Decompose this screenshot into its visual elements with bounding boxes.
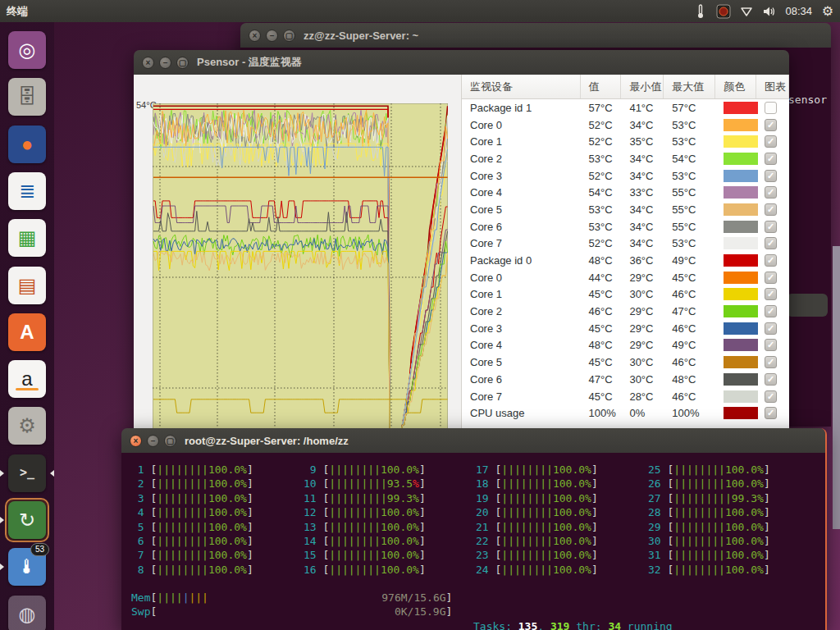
- sensor-row[interactable]: Core 454°C33°C55°C✓: [462, 184, 789, 201]
- psensor-indicator-icon[interactable]: [716, 4, 731, 19]
- color-swatch[interactable]: [724, 135, 758, 148]
- launcher-item-dash[interactable]: ◎: [8, 31, 46, 69]
- sensor-row[interactable]: Core 352°C34°C53°C✓: [462, 167, 789, 185]
- close-icon[interactable]: ×: [142, 57, 154, 69]
- launcher-item-trash[interactable]: ◍: [8, 596, 46, 630]
- sensor-row[interactable]: Core 345°C29°C46°C✓: [462, 320, 789, 337]
- launcher-item-amazon[interactable]: a: [8, 360, 46, 398]
- launcher-item-calc[interactable]: ▦: [8, 219, 46, 257]
- graph-checkbox[interactable]: ✓: [765, 186, 777, 199]
- graph-checkbox[interactable]: ✓: [765, 254, 777, 267]
- graph-checkbox[interactable]: ✓: [765, 119, 777, 131]
- color-swatch[interactable]: [724, 390, 758, 403]
- color-swatch[interactable]: [724, 339, 758, 351]
- sensor-row[interactable]: Core 545°C30°C46°C✓: [462, 354, 789, 371]
- sensor-row[interactable]: Core 246°C29°C47°C✓: [462, 303, 789, 320]
- color-swatch[interactable]: [724, 254, 758, 267]
- sensor-row[interactable]: Core 448°C29°C49°C✓: [462, 337, 789, 354]
- launcher-item-files[interactable]: 🗄: [8, 78, 46, 116]
- launcher-item-impress[interactable]: ▤: [8, 267, 46, 304]
- sensor-row[interactable]: Core 052°C34°C53°C✓: [462, 116, 789, 134]
- close-icon[interactable]: ×: [249, 30, 261, 42]
- graph-checkbox[interactable]: ✓: [765, 373, 777, 386]
- column-header[interactable]: 颜色: [715, 75, 756, 98]
- htop-titlebar[interactable]: × – ▢ root@zz-Super-Server: /home/zz: [121, 428, 825, 453]
- session-gear-icon[interactable]: ⚙: [820, 4, 835, 19]
- graph-checkbox[interactable]: ✓: [765, 135, 777, 148]
- color-swatch[interactable]: [724, 356, 758, 368]
- minimize-icon[interactable]: –: [147, 435, 159, 447]
- graph-checkbox[interactable]: ✓: [765, 153, 777, 165]
- color-swatch[interactable]: [724, 221, 758, 233]
- color-swatch[interactable]: [724, 186, 758, 199]
- thermometer-icon[interactable]: [693, 4, 708, 19]
- sensor-row[interactable]: Core 653°C34°C55°C✓: [462, 218, 789, 235]
- color-swatch[interactable]: [724, 305, 758, 317]
- color-swatch[interactable]: [724, 170, 758, 182]
- sensor-row[interactable]: Core 152°C35°C53°C✓: [462, 133, 789, 150]
- graph-checkbox[interactable]: ✓: [765, 221, 777, 233]
- sensor-row[interactable]: Package id 157°C41°C57°C: [462, 99, 789, 116]
- column-header[interactable]: 值: [581, 75, 622, 98]
- graph-checkbox[interactable]: ✓: [765, 305, 777, 317]
- clock[interactable]: 08:34: [785, 5, 812, 17]
- graph-checkbox[interactable]: ✓: [765, 339, 777, 351]
- column-header[interactable]: 图表: [756, 75, 789, 98]
- volume-icon[interactable]: [762, 4, 777, 19]
- graph-checkbox[interactable]: ✓: [765, 322, 777, 335]
- column-header[interactable]: 最小值: [621, 75, 664, 98]
- minimize-icon[interactable]: –: [266, 30, 278, 42]
- column-header[interactable]: 监视设备: [462, 75, 581, 98]
- launcher-item-updater[interactable]: ↻: [8, 501, 46, 539]
- launcher-item-writer[interactable]: ≣: [8, 172, 46, 210]
- network-icon[interactable]: [739, 4, 754, 19]
- graph-checkbox[interactable]: [765, 102, 777, 114]
- window-title: root@zz-Super-Server: /home/zz: [185, 435, 349, 447]
- launcher-item-settings[interactable]: ⚙: [8, 407, 46, 445]
- background-terminal-titlebar[interactable]: × – ▢ zz@zz-Super-Server: ~: [240, 23, 831, 48]
- minimize-icon[interactable]: –: [159, 57, 171, 69]
- graph-checkbox[interactable]: ✓: [765, 272, 777, 284]
- color-swatch[interactable]: [724, 407, 758, 419]
- color-swatch[interactable]: [724, 119, 758, 131]
- maximize-icon[interactable]: ▢: [164, 435, 176, 447]
- graph-checkbox[interactable]: ✓: [765, 203, 777, 216]
- graph-checkbox[interactable]: ✓: [765, 237, 777, 249]
- launcher-item-psensor[interactable]: 🌡53: [8, 548, 46, 586]
- graph-checkbox[interactable]: ✓: [765, 407, 777, 419]
- color-swatch[interactable]: [724, 288, 758, 300]
- graph-checkbox[interactable]: ✓: [765, 288, 777, 300]
- graph-checkbox[interactable]: ✓: [765, 390, 777, 403]
- launcher-item-software[interactable]: A: [8, 313, 46, 351]
- launcher-item-terminal[interactable]: >_: [8, 454, 46, 492]
- launcher-item-firefox[interactable]: ●: [8, 126, 46, 163]
- maximize-icon[interactable]: ▢: [283, 30, 295, 42]
- sensor-row[interactable]: Core 145°C30°C46°C✓: [462, 286, 789, 304]
- htop-body[interactable]: 1 [||||||||100.0%] 2 [||||||||100.0%] 3 …: [121, 453, 825, 630]
- color-swatch[interactable]: [724, 322, 758, 335]
- color-swatch[interactable]: [724, 102, 758, 114]
- sensor-row[interactable]: Core 044°C29°C45°C✓: [462, 269, 789, 286]
- sensor-row[interactable]: CPU usage100%0%100%✓: [462, 404, 789, 422]
- color-swatch[interactable]: [724, 203, 758, 216]
- close-icon[interactable]: ×: [130, 435, 142, 447]
- sensor-row[interactable]: Package id 048°C36°C49°C✓: [462, 252, 789, 269]
- color-swatch[interactable]: [724, 272, 758, 284]
- color-swatch[interactable]: [724, 153, 758, 165]
- column-header[interactable]: 最大值: [664, 75, 715, 98]
- memory-meter: Mem[|||||||| 976M/15.6G]: [131, 591, 452, 605]
- sensor-row[interactable]: Core 253°C34°C54°C✓: [462, 150, 789, 167]
- maximize-icon[interactable]: ▢: [176, 57, 189, 69]
- sensor-row[interactable]: Core 553°C34°C55°C✓: [462, 201, 789, 218]
- psensor-titlebar[interactable]: × – ▢ Psensor - 温度监视器: [134, 50, 789, 75]
- psensor-window[interactable]: × – ▢ Psensor - 温度监视器 54°C 33°C 08:14 08…: [134, 50, 789, 435]
- color-swatch[interactable]: [724, 373, 758, 386]
- sensor-row[interactable]: Core 752°C34°C53°C✓: [462, 235, 789, 253]
- graph-checkbox[interactable]: ✓: [765, 170, 777, 182]
- sensor-row[interactable]: Core 647°C30°C48°C✓: [462, 371, 789, 388]
- sensor-table-header[interactable]: 监视设备值最小值最大值颜色图表: [462, 75, 789, 99]
- color-swatch[interactable]: [724, 237, 758, 249]
- sensor-row[interactable]: Core 745°C28°C46°C✓: [462, 388, 789, 405]
- graph-checkbox[interactable]: ✓: [765, 356, 777, 368]
- htop-terminal-window[interactable]: × – ▢ root@zz-Super-Server: /home/zz 1 […: [121, 428, 827, 630]
